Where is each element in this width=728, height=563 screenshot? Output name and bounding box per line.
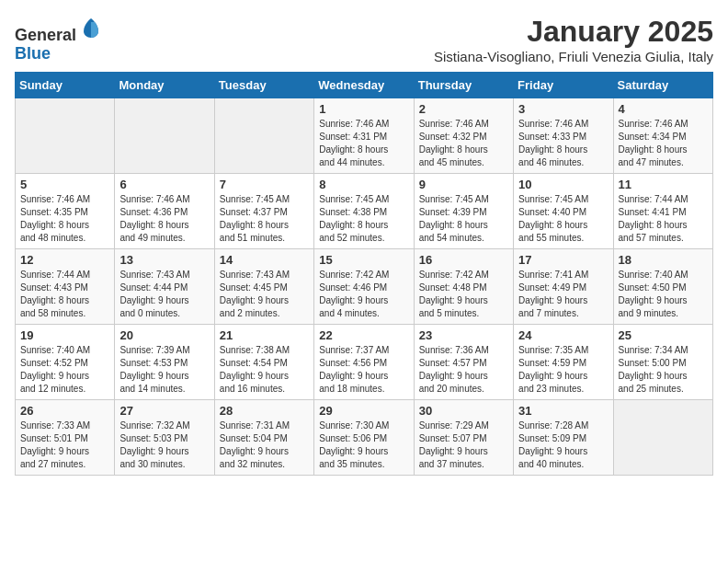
day-info: Sunrise: 7:46 AM Sunset: 4:36 PM Dayligh… bbox=[119, 193, 209, 245]
day-info: Sunrise: 7:42 AM Sunset: 4:48 PM Dayligh… bbox=[419, 269, 508, 320]
day-number: 7 bbox=[220, 178, 309, 191]
day-info: Sunrise: 7:45 AM Sunset: 4:40 PM Dayligh… bbox=[518, 193, 608, 245]
calendar-cell: 25Sunrise: 7:34 AM Sunset: 5:00 PM Dayli… bbox=[613, 325, 712, 400]
calendar-week-3: 12Sunrise: 7:44 AM Sunset: 4:43 PM Dayli… bbox=[16, 249, 713, 325]
calendar-title: January 2025 bbox=[434, 15, 713, 49]
calendar-cell: 7Sunrise: 7:45 AM Sunset: 4:37 PM Daylig… bbox=[214, 174, 313, 249]
calendar-cell bbox=[214, 98, 313, 174]
day-number: 14 bbox=[220, 253, 309, 267]
day-info: Sunrise: 7:35 AM Sunset: 4:59 PM Dayligh… bbox=[518, 344, 608, 396]
day-info: Sunrise: 7:29 AM Sunset: 5:07 PM Dayligh… bbox=[419, 419, 508, 471]
day-info: Sunrise: 7:28 AM Sunset: 5:09 PM Dayligh… bbox=[518, 419, 608, 471]
calendar-cell: 27Sunrise: 7:32 AM Sunset: 5:03 PM Dayli… bbox=[115, 400, 214, 476]
calendar-cell: 11Sunrise: 7:44 AM Sunset: 4:41 PM Dayli… bbox=[613, 174, 712, 249]
day-number: 15 bbox=[319, 253, 408, 267]
calendar-cell: 3Sunrise: 7:46 AM Sunset: 4:33 PM Daylig… bbox=[514, 98, 613, 174]
title-block: January 2025 Sistiana-Visogliano, Friuli… bbox=[434, 15, 713, 64]
day-info: Sunrise: 7:46 AM Sunset: 4:32 PM Dayligh… bbox=[419, 118, 508, 169]
calendar-cell: 15Sunrise: 7:42 AM Sunset: 4:46 PM Dayli… bbox=[314, 249, 414, 325]
day-info: Sunrise: 7:43 AM Sunset: 4:45 PM Dayligh… bbox=[220, 269, 309, 320]
day-number: 22 bbox=[319, 328, 408, 342]
calendar-cell: 16Sunrise: 7:42 AM Sunset: 4:48 PM Dayli… bbox=[414, 249, 513, 325]
day-number: 13 bbox=[119, 253, 209, 267]
calendar-cell: 26Sunrise: 7:33 AM Sunset: 5:01 PM Dayli… bbox=[16, 400, 115, 476]
weekday-header-thursday: Thursday bbox=[414, 73, 513, 98]
calendar-body: 1Sunrise: 7:46 AM Sunset: 4:31 PM Daylig… bbox=[16, 98, 713, 476]
calendar-table: SundayMondayTuesdayWednesdayThursdayFrid… bbox=[15, 72, 713, 476]
day-info: Sunrise: 7:44 AM Sunset: 4:41 PM Dayligh… bbox=[619, 193, 708, 245]
calendar-cell: 24Sunrise: 7:35 AM Sunset: 4:59 PM Dayli… bbox=[514, 325, 613, 400]
day-info: Sunrise: 7:42 AM Sunset: 4:46 PM Dayligh… bbox=[319, 269, 408, 320]
calendar-cell: 17Sunrise: 7:41 AM Sunset: 4:49 PM Dayli… bbox=[514, 249, 613, 325]
day-number: 21 bbox=[220, 328, 309, 342]
calendar-cell: 18Sunrise: 7:40 AM Sunset: 4:50 PM Dayli… bbox=[613, 249, 712, 325]
day-info: Sunrise: 7:45 AM Sunset: 4:37 PM Dayligh… bbox=[220, 193, 309, 245]
day-number: 5 bbox=[20, 178, 109, 191]
weekday-header-tuesday: Tuesday bbox=[214, 73, 313, 98]
day-number: 24 bbox=[518, 328, 608, 342]
calendar-cell: 30Sunrise: 7:29 AM Sunset: 5:07 PM Dayli… bbox=[414, 400, 513, 476]
calendar-week-1: 1Sunrise: 7:46 AM Sunset: 4:31 PM Daylig… bbox=[16, 98, 713, 174]
calendar-cell: 1Sunrise: 7:46 AM Sunset: 4:31 PM Daylig… bbox=[314, 98, 414, 174]
calendar-cell: 23Sunrise: 7:36 AM Sunset: 4:57 PM Dayli… bbox=[414, 325, 513, 400]
calendar-cell: 20Sunrise: 7:39 AM Sunset: 4:53 PM Dayli… bbox=[115, 325, 214, 400]
day-number: 31 bbox=[518, 404, 608, 418]
day-number: 30 bbox=[419, 404, 508, 418]
day-info: Sunrise: 7:30 AM Sunset: 5:06 PM Dayligh… bbox=[319, 419, 408, 471]
weekday-header-row: SundayMondayTuesdayWednesdayThursdayFrid… bbox=[16, 73, 713, 98]
day-info: Sunrise: 7:31 AM Sunset: 5:04 PM Dayligh… bbox=[220, 419, 309, 471]
calendar-cell: 19Sunrise: 7:40 AM Sunset: 4:52 PM Dayli… bbox=[16, 325, 115, 400]
calendar-cell: 29Sunrise: 7:30 AM Sunset: 5:06 PM Dayli… bbox=[314, 400, 414, 476]
calendar-cell: 4Sunrise: 7:46 AM Sunset: 4:34 PM Daylig… bbox=[613, 98, 712, 174]
calendar-cell: 6Sunrise: 7:46 AM Sunset: 4:36 PM Daylig… bbox=[115, 174, 214, 249]
calendar-cell: 5Sunrise: 7:46 AM Sunset: 4:35 PM Daylig… bbox=[16, 174, 115, 249]
day-number: 19 bbox=[20, 328, 109, 342]
calendar-week-5: 26Sunrise: 7:33 AM Sunset: 5:01 PM Dayli… bbox=[16, 400, 713, 476]
day-number: 6 bbox=[119, 178, 209, 191]
day-number: 27 bbox=[119, 404, 209, 418]
day-info: Sunrise: 7:44 AM Sunset: 4:43 PM Dayligh… bbox=[20, 269, 109, 320]
day-info: Sunrise: 7:46 AM Sunset: 4:33 PM Dayligh… bbox=[518, 118, 608, 169]
day-info: Sunrise: 7:33 AM Sunset: 5:01 PM Dayligh… bbox=[20, 419, 109, 471]
day-number: 18 bbox=[619, 253, 708, 267]
day-info: Sunrise: 7:34 AM Sunset: 5:00 PM Dayligh… bbox=[619, 344, 708, 396]
weekday-header-monday: Monday bbox=[115, 73, 214, 98]
logo: General Blue bbox=[15, 15, 104, 63]
day-number: 29 bbox=[319, 404, 408, 418]
calendar-cell: 2Sunrise: 7:46 AM Sunset: 4:32 PM Daylig… bbox=[414, 98, 513, 174]
day-info: Sunrise: 7:37 AM Sunset: 4:56 PM Dayligh… bbox=[319, 344, 408, 396]
calendar-cell bbox=[115, 98, 214, 174]
day-info: Sunrise: 7:39 AM Sunset: 4:53 PM Dayligh… bbox=[119, 344, 209, 396]
day-number: 17 bbox=[518, 253, 608, 267]
day-number: 25 bbox=[619, 328, 708, 342]
day-number: 3 bbox=[518, 102, 608, 116]
day-number: 26 bbox=[20, 404, 109, 418]
calendar-cell: 9Sunrise: 7:45 AM Sunset: 4:39 PM Daylig… bbox=[414, 174, 513, 249]
calendar-cell: 31Sunrise: 7:28 AM Sunset: 5:09 PM Dayli… bbox=[514, 400, 613, 476]
day-info: Sunrise: 7:36 AM Sunset: 4:57 PM Dayligh… bbox=[419, 344, 508, 396]
day-number: 12 bbox=[20, 253, 109, 267]
day-info: Sunrise: 7:43 AM Sunset: 4:44 PM Dayligh… bbox=[119, 269, 209, 320]
day-number: 20 bbox=[119, 328, 209, 342]
day-info: Sunrise: 7:45 AM Sunset: 4:39 PM Dayligh… bbox=[419, 193, 508, 245]
day-number: 2 bbox=[419, 102, 508, 116]
day-number: 16 bbox=[419, 253, 508, 267]
calendar-cell: 10Sunrise: 7:45 AM Sunset: 4:40 PM Dayli… bbox=[514, 174, 613, 249]
logo-blue-text: Blue bbox=[15, 44, 51, 63]
day-number: 1 bbox=[319, 102, 408, 116]
calendar-cell: 12Sunrise: 7:44 AM Sunset: 4:43 PM Dayli… bbox=[16, 249, 115, 325]
day-number: 11 bbox=[619, 178, 708, 191]
calendar-cell: 14Sunrise: 7:43 AM Sunset: 4:45 PM Dayli… bbox=[214, 249, 313, 325]
day-info: Sunrise: 7:41 AM Sunset: 4:49 PM Dayligh… bbox=[518, 269, 608, 320]
day-number: 8 bbox=[319, 178, 408, 191]
day-number: 23 bbox=[419, 328, 508, 342]
calendar-cell: 8Sunrise: 7:45 AM Sunset: 4:38 PM Daylig… bbox=[314, 174, 414, 249]
logo-general-text: General bbox=[15, 26, 76, 44]
calendar-cell: 21Sunrise: 7:38 AM Sunset: 4:54 PM Dayli… bbox=[214, 325, 313, 400]
calendar-cell: 13Sunrise: 7:43 AM Sunset: 4:44 PM Dayli… bbox=[115, 249, 214, 325]
day-info: Sunrise: 7:32 AM Sunset: 5:03 PM Dayligh… bbox=[119, 419, 209, 471]
day-info: Sunrise: 7:38 AM Sunset: 4:54 PM Dayligh… bbox=[220, 344, 309, 396]
weekday-header-friday: Friday bbox=[514, 73, 613, 98]
day-info: Sunrise: 7:46 AM Sunset: 4:34 PM Dayligh… bbox=[619, 118, 708, 169]
day-info: Sunrise: 7:40 AM Sunset: 4:50 PM Dayligh… bbox=[619, 269, 708, 320]
